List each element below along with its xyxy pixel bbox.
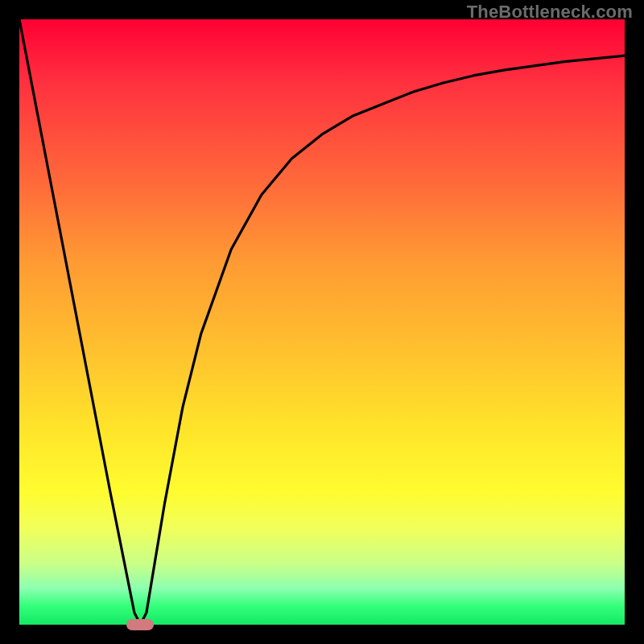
- optimal-point-marker: [126, 619, 154, 630]
- chart-frame: TheBottleneck.com: [0, 0, 644, 644]
- bottleneck-curve: [19, 19, 625, 625]
- plot-area: [19, 19, 625, 625]
